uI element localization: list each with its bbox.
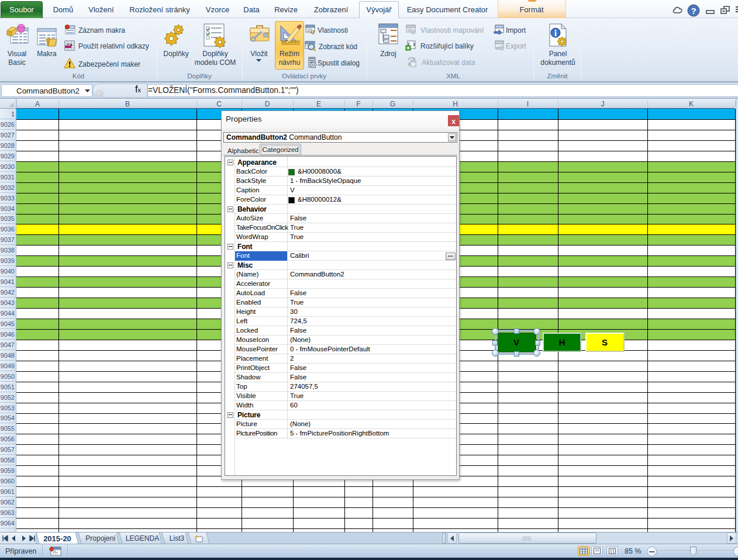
svg-text:?: ?	[691, 6, 696, 16]
